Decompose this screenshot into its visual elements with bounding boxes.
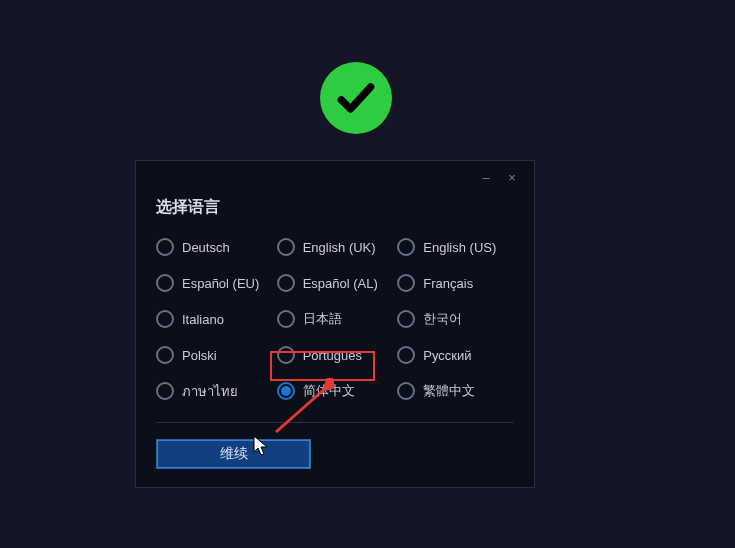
language-option[interactable]: English (US)	[397, 236, 518, 258]
language-option-label: Italiano	[182, 312, 224, 327]
success-checkmark-icon	[320, 62, 392, 134]
radio-icon	[397, 310, 415, 328]
language-option-label: Polski	[182, 348, 217, 363]
language-option-label: Español (AL)	[303, 276, 378, 291]
radio-icon	[277, 310, 295, 328]
language-option[interactable]: 简体中文	[277, 380, 398, 402]
language-option-label: Português	[303, 348, 362, 363]
language-option[interactable]: Português	[277, 344, 398, 366]
close-button[interactable]: ×	[506, 171, 518, 185]
language-option[interactable]: 繁體中文	[397, 380, 518, 402]
language-option-label: Español (EU)	[182, 276, 259, 291]
language-option[interactable]: Español (EU)	[156, 272, 277, 294]
language-option-label: 繁體中文	[423, 382, 475, 400]
radio-icon	[156, 310, 174, 328]
radio-icon	[397, 274, 415, 292]
language-option-label: English (US)	[423, 240, 496, 255]
radio-icon	[397, 238, 415, 256]
language-option[interactable]: English (UK)	[277, 236, 398, 258]
language-option[interactable]: ภาษาไทย	[156, 380, 277, 402]
dialog-title: 选择语言	[152, 189, 518, 236]
language-option-label: Русский	[423, 348, 471, 363]
radio-icon	[397, 382, 415, 400]
language-option[interactable]: Français	[397, 272, 518, 294]
language-option[interactable]: Deutsch	[156, 236, 277, 258]
dialog-titlebar: – ×	[152, 171, 518, 189]
divider	[156, 422, 514, 423]
minimize-button[interactable]: –	[480, 171, 492, 185]
radio-icon	[277, 382, 295, 400]
radio-icon	[156, 382, 174, 400]
language-option[interactable]: 日本語	[277, 308, 398, 330]
language-option[interactable]: Русский	[397, 344, 518, 366]
language-option-label: English (UK)	[303, 240, 376, 255]
radio-icon	[397, 346, 415, 364]
language-option-label: Deutsch	[182, 240, 230, 255]
radio-icon	[156, 346, 174, 364]
language-options-grid: DeutschEnglish (UK)English (US)Español (…	[152, 236, 518, 422]
language-option-label: 한국어	[423, 310, 462, 328]
language-select-dialog: – × 选择语言 DeutschEnglish (UK)English (US)…	[135, 160, 535, 488]
language-option[interactable]: 한국어	[397, 308, 518, 330]
language-option-label: ภาษาไทย	[182, 381, 238, 402]
language-option[interactable]: Italiano	[156, 308, 277, 330]
continue-button[interactable]: 维续	[156, 439, 311, 469]
language-option-label: 日本語	[303, 310, 342, 328]
language-option[interactable]: Español (AL)	[277, 272, 398, 294]
radio-icon	[277, 274, 295, 292]
radio-icon	[156, 274, 174, 292]
radio-icon	[156, 238, 174, 256]
language-option[interactable]: Polski	[156, 344, 277, 366]
radio-icon	[277, 346, 295, 364]
language-option-label: Français	[423, 276, 473, 291]
radio-icon	[277, 238, 295, 256]
language-option-label: 简体中文	[303, 382, 355, 400]
